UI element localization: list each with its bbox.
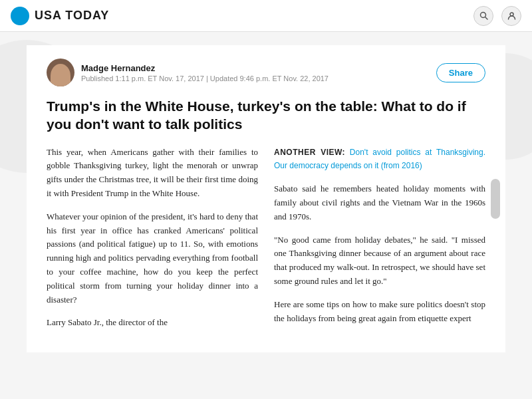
avatar	[47, 59, 74, 86]
author-row: Madge Hernandez Published 1:11 p.m. ET N…	[47, 59, 485, 86]
article-para-3: Larry Sabato Jr., the director of the	[47, 316, 258, 330]
search-icon	[479, 11, 488, 20]
header: USA TODAY	[0, 0, 532, 32]
share-button[interactable]: Share	[436, 63, 485, 82]
logo-circle-icon	[11, 7, 29, 25]
logo-text: USA TODAY	[35, 9, 109, 23]
article-container: Madge Hernandez Published 1:11 p.m. ET N…	[27, 45, 505, 352]
scroll-indicator[interactable]	[491, 179, 500, 219]
article-headline: Trump's in the White House, turkey's on …	[47, 97, 472, 134]
article-col-right: ANOTHER VIEW: Don't avoid politics at Th…	[274, 146, 485, 340]
col-right-para-1: Sabato said he remembers heated holiday …	[274, 182, 485, 223]
person-icon	[507, 11, 516, 20]
account-button[interactable]	[501, 6, 521, 26]
col-right-para-2: "No good came from holiday debates," he …	[274, 233, 485, 289]
another-view-box: ANOTHER VIEW: Don't avoid politics at Th…	[274, 146, 485, 174]
author-name: Madge Hernandez	[81, 63, 329, 73]
col-right-para-3: Here are some tips on how to make sure p…	[274, 298, 485, 326]
article-para-1: This year, when Americans gather with th…	[47, 146, 258, 201]
header-icons	[473, 6, 521, 26]
author-left: Madge Hernandez Published 1:11 p.m. ET N…	[47, 59, 329, 86]
svg-line-1	[485, 17, 487, 20]
article-col-left: This year, when Americans gather with th…	[47, 146, 258, 340]
article-para-2: Whatever your opinion of the president, …	[47, 210, 258, 307]
search-button[interactable]	[473, 6, 493, 26]
another-view-label: ANOTHER VIEW:	[274, 148, 345, 157]
author-info: Madge Hernandez Published 1:11 p.m. ET N…	[81, 63, 329, 82]
author-date: Published 1:11 p.m. ET Nov. 17, 2017 | U…	[81, 74, 329, 82]
article-body: This year, when Americans gather with th…	[47, 146, 485, 340]
logo-area: USA TODAY	[11, 7, 109, 25]
